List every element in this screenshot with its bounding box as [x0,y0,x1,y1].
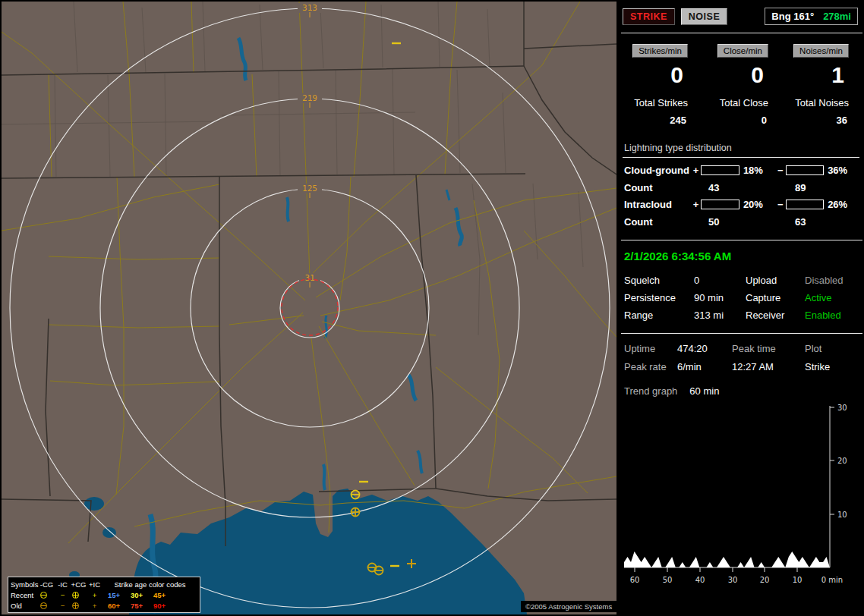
ic-minus-bar [786,200,824,209]
xtick-60: 60 [630,576,640,584]
copyright-notice: ©2005 Astrogenic Systems [521,601,616,612]
neg-ic-recent-icon: − [55,591,71,599]
legend-col-neg-cg: -CG [39,580,55,589]
plus-sign: + [691,165,702,176]
legend-symbols-header: Symbols [11,580,39,589]
age-15: 15+ [102,591,125,599]
xtick-10: 10 [793,576,803,584]
cloud-ground-count-row: Count 43 89 [623,182,859,193]
range-label: Range [624,310,694,321]
minus-sign: − [775,165,786,176]
ic-plus-count: 50 [695,216,782,228]
upload-value: Disabled [805,275,859,286]
upload-label: Upload [746,275,805,286]
persistence-label: Persistence [624,292,694,303]
age-90: 90+ [148,602,171,610]
intracloud-row: Intracloud + 20% − 26% [623,199,859,210]
ring-label-31: 31 [304,273,314,283]
distribution-section: Lightning type distribution Cloud-ground… [621,137,862,240]
legend-col-pos-cg: +CG [71,580,87,589]
cg-plus-bar [701,165,739,175]
cloud-ground-row: Cloud-ground + 18% − 36% [623,165,859,176]
squelch-value: 0 [694,275,746,286]
ic-minus-pct: 26% [824,199,859,210]
pos-ic-old-icon: + [87,602,102,610]
capture-label: Capture [746,292,805,303]
ic-minus-count: 63 [782,216,806,228]
app-window: 313 219 125 31 [0,0,864,616]
noises-counter: Noises/min 1 Total Noises 36 [782,44,862,126]
plus-sign: + [691,199,702,210]
map-canvas[interactable]: 313 219 125 31 [2,2,616,614]
strike-indicator-button[interactable]: STRIKE [623,8,675,25]
xtick-20: 20 [760,576,770,584]
distance-value: 278mi [823,11,851,22]
peak-time-value: 12:27 AM [732,361,805,372]
ic-plus-pct: 20% [739,199,775,210]
datetime-readout: 2/1/2026 6:34:56 AM [624,250,859,262]
pos-cg-old-icon [71,602,87,610]
xtick-30: 30 [728,576,738,584]
cg-plus-pct: 18% [739,165,775,176]
pos-ic-recent-icon: + [87,591,102,599]
ytick-30: 30 [837,404,847,412]
counters-section: Strikes/min 0 Total Strikes 245 Close/mi… [621,33,862,137]
count-label: Count [623,216,695,228]
xtick-50: 50 [663,576,673,584]
trend-graph-header: Trend graph 60 min [624,385,859,397]
total-close-label: Total Close [720,97,768,108]
total-noises-label: Total Noises [795,97,849,108]
count-label: Count [623,182,695,193]
total-strikes-value: 245 [670,115,686,126]
trend-window-value: 60 min [689,385,719,397]
cg-minus-pct: 36% [824,165,859,176]
total-close-value: 0 [762,115,767,126]
ic-plus-bar [701,200,739,209]
strikes-counter: Strikes/min 0 Total Strikes 245 [621,44,702,126]
strikes-per-min-button[interactable]: Strikes/min [632,44,688,58]
uptime-label: Uptime [624,343,677,354]
legend-row-recent-label: Recent [11,591,39,599]
receiver-label: Receiver [746,310,805,321]
cg-minus-bar [786,165,824,175]
pos-cg-recent-icon [71,591,87,599]
age-60: 60+ [102,602,125,610]
map-legend: Symbols -CG -IC +CG +IC Strike age color… [8,577,200,613]
lightning-map[interactable]: 313 219 125 31 [2,2,616,614]
intracloud-count-row: Count 50 63 [623,216,859,228]
age-30: 30+ [125,591,148,599]
status-panel: STRIKE NOISE Bng 161° 278mi Strikes/min … [621,0,862,616]
minus-sign: − [775,199,786,210]
distribution-title: Lightning type distribution [623,140,859,158]
trend-graph-label: Trend graph [624,385,677,397]
receiver-value: Enabled [805,310,859,321]
legend-age-header: Strike age color codes [102,580,197,589]
total-noises-value: 36 [837,115,847,126]
legend-col-neg-ic: -IC [55,580,71,589]
ytick-20: 20 [837,457,847,465]
neg-cg-old-icon [39,602,55,610]
noises-per-min-button[interactable]: Noises/min [793,44,849,58]
close-rate: 0 [751,64,764,86]
noise-indicator-button[interactable]: NOISE [681,8,727,25]
strikes-rate: 0 [670,64,683,86]
stats-grid: Uptime 474:20 Peak time Plot Peak rate 6… [623,343,859,372]
close-counter: Close/min 0 Total Close 0 [702,44,782,126]
neg-cg-recent-icon [39,591,55,599]
ytick-10: 10 [837,511,847,519]
legend-row-old-label: Old [11,602,39,610]
close-per-min-button[interactable]: Close/min [717,44,768,58]
persistence-value: 90 min [694,292,746,303]
plot-label: Plot [805,343,859,354]
total-strikes-label: Total Strikes [634,97,688,108]
age-45: 45+ [148,591,171,599]
bearing-value: Bng 161° [771,11,814,22]
peak-rate-value: 6/min [677,361,732,372]
plot-value: Strike [805,361,859,372]
settings-grid: Squelch 0 Upload Disabled Persistence 90… [623,275,859,321]
range-value: 313 mi [694,310,746,321]
ring-label-219: 219 [302,93,317,103]
peak-time-label: Peak time [732,343,805,354]
cg-plus-count: 43 [695,182,782,193]
capture-value: Active [805,292,859,303]
